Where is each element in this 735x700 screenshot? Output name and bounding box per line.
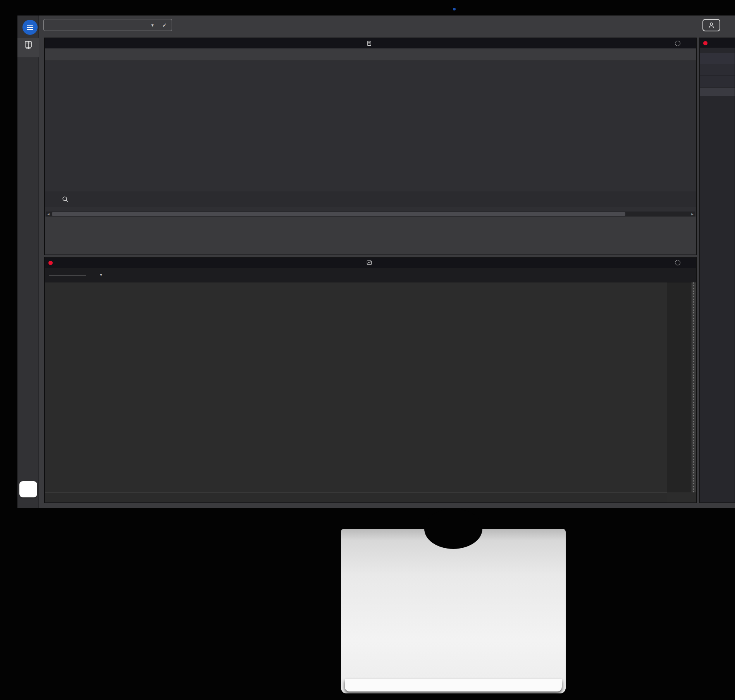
- check-icon: ✓: [162, 22, 167, 29]
- monitor-stand: [341, 529, 566, 693]
- oe-header: [700, 88, 735, 96]
- scroll-left-icon[interactable]: ◀: [46, 212, 51, 217]
- help-icon[interactable]: [675, 260, 680, 265]
- sidebar-section-futures-trading[interactable]: [17, 38, 39, 57]
- cancel-buys-button[interactable]: [700, 76, 735, 88]
- horizontal-scrollbar[interactable]: ◀ ▶: [46, 212, 695, 217]
- order-instrument-field[interactable]: [700, 48, 735, 53]
- chart-toolbar: ▾: [45, 268, 696, 282]
- link-color-dot[interactable]: [703, 41, 707, 45]
- chart-titlebar[interactable]: [45, 258, 696, 268]
- scroll-right-icon[interactable]: ▶: [690, 212, 695, 217]
- link-color-dot[interactable]: [48, 261, 53, 265]
- search-icon[interactable]: [62, 196, 69, 203]
- quotes-empty-area: [45, 217, 696, 255]
- stand-notch: [424, 509, 482, 549]
- chevron-down-icon: ▾: [151, 22, 153, 28]
- left-sidebar: [17, 15, 39, 508]
- buy-market-button[interactable]: [700, 64, 735, 76]
- futures-trading-icon: [23, 40, 33, 50]
- help-icon[interactable]: [675, 41, 680, 46]
- quotes-monitor-titlebar[interactable]: [45, 38, 696, 48]
- trading-app-window: ▾ ✓ ◀ ▶: [17, 15, 735, 508]
- login-status-dropdown[interactable]: ▾ ✓: [43, 19, 172, 31]
- qst-logo: [19, 481, 37, 497]
- account-button[interactable]: [702, 19, 720, 31]
- order-entry-panel: [699, 38, 735, 503]
- top-bar: ▾ ✓: [39, 15, 735, 34]
- quotes-table-footer: [45, 191, 696, 207]
- chevron-down-icon: ▾: [100, 272, 102, 277]
- chart-instrument-field[interactable]: [49, 274, 86, 275]
- quotes-monitor-icon: [367, 41, 372, 46]
- time-axis[interactable]: [45, 492, 667, 502]
- price-chart-plot[interactable]: [45, 282, 667, 492]
- chart-panel: ▾: [45, 257, 696, 503]
- stand-foot: [345, 679, 562, 691]
- chart-instrument-value: [49, 274, 86, 275]
- price-axis[interactable]: [667, 282, 691, 492]
- order-instrument-value: [703, 50, 728, 51]
- order-entry-titlebar[interactable]: [700, 38, 735, 48]
- chart-panel-icon: [367, 260, 372, 265]
- scrollbar-handle[interactable]: [52, 212, 625, 216]
- vertical-scrollbar[interactable]: [692, 282, 696, 492]
- currency-dropdown[interactable]: ▾: [96, 272, 102, 277]
- quotes-category-tabs: [45, 48, 696, 61]
- quotes-monitor-panel: ◀ ▶: [45, 38, 696, 255]
- person-icon: [707, 21, 715, 29]
- status-dot: [453, 8, 456, 10]
- menu-button[interactable]: [22, 20, 38, 35]
- position-flat-button[interactable]: [700, 53, 735, 64]
